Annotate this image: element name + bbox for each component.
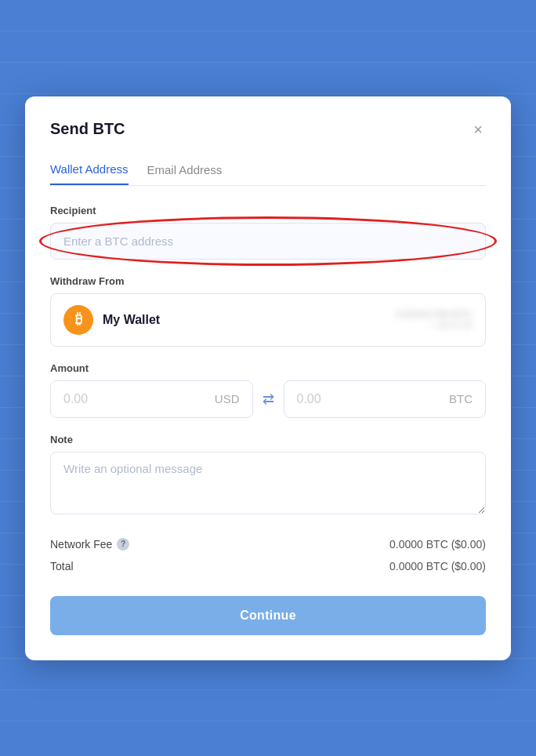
close-button[interactable]: × — [470, 118, 486, 140]
network-fee-value: 0.0000 BTC ($0.00) — [389, 538, 486, 551]
total-label: Total — [50, 560, 74, 572]
note-textarea[interactable] — [50, 452, 486, 514]
network-fee-row: Network Fee ? 0.0000 BTC ($0.00) — [50, 533, 486, 555]
total-value: 0.0000 BTC ($0.00) — [389, 560, 486, 572]
network-fee-label: Network Fee ? — [50, 538, 129, 551]
balance-btc: 0.00441768 BTC — [396, 308, 473, 320]
wallet-left: ₿ My Wallet — [63, 305, 160, 335]
usd-currency: USD — [215, 392, 240, 405]
usd-value: 0.00 — [63, 392, 88, 406]
send-btc-modal: Send BTC × Wallet Address Email Address … — [25, 96, 511, 660]
note-group: Note — [50, 434, 486, 518]
balance-usd: ≈ $123.45 — [396, 320, 473, 331]
recipient-label: Recipient — [50, 205, 486, 216]
btc-currency: BTC — [449, 392, 473, 405]
tab-wallet-address[interactable]: Wallet Address — [50, 156, 129, 185]
recipient-wrapper — [50, 223, 486, 260]
wallet-balance: 0.00441768 BTC ≈ $123.45 — [396, 308, 473, 331]
recipient-input[interactable] — [50, 223, 486, 260]
amount-label: Amount — [50, 362, 486, 374]
tab-bar: Wallet Address Email Address — [50, 156, 486, 186]
note-label: Note — [50, 434, 486, 445]
usd-amount-box[interactable]: 0.00 USD — [50, 380, 253, 418]
continue-button[interactable]: Continue — [50, 596, 486, 635]
btc-amount-box[interactable]: 0.00 BTC — [284, 380, 487, 418]
network-fee-text: Network Fee — [50, 538, 112, 551]
modal-header: Send BTC × — [50, 118, 486, 140]
withdraw-from-label: Withdraw From — [50, 275, 486, 287]
withdraw-from-group: Withdraw From ₿ My Wallet 0.00441768 BTC… — [50, 275, 486, 347]
recipient-group: Recipient — [50, 205, 486, 260]
wallet-selector[interactable]: ₿ My Wallet 0.00441768 BTC ≈ $123.45 — [50, 293, 486, 347]
amount-group: Amount 0.00 USD ⇄ 0.00 BTC — [50, 362, 486, 418]
total-row: Total 0.0000 BTC ($0.00) — [50, 555, 486, 577]
amount-row: 0.00 USD ⇄ 0.00 BTC — [50, 380, 486, 418]
btc-value: 0.00 — [297, 392, 321, 406]
btc-logo-icon: ₿ — [63, 305, 93, 335]
fee-section: Network Fee ? 0.0000 BTC ($0.00) Total 0… — [50, 533, 486, 577]
network-fee-help-icon[interactable]: ? — [117, 538, 129, 551]
swap-icon[interactable]: ⇄ — [263, 391, 274, 408]
modal-title: Send BTC — [50, 120, 125, 138]
wallet-name: My Wallet — [103, 313, 160, 327]
tab-email-address[interactable]: Email Address — [147, 156, 223, 185]
